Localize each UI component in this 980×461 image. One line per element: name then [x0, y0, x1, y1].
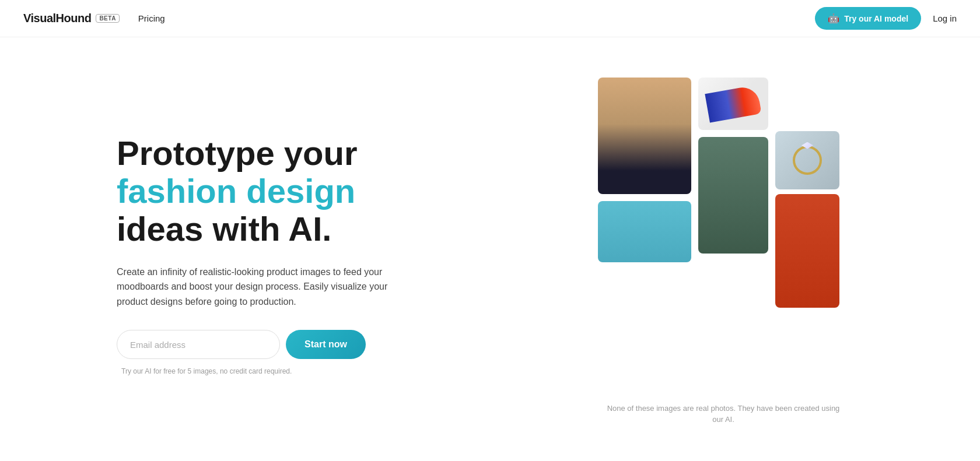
image-note: None of these images are real photos. Th…: [607, 403, 840, 425]
hero-title: Prototype your fashion design ideas with…: [117, 135, 420, 248]
navigation: VisualHound BETA Pricing 🤖 Try our AI mo…: [0, 0, 980, 37]
hero-title-part1: Prototype your: [117, 134, 358, 172]
beta-badge: BETA: [96, 14, 119, 23]
image-grid: [598, 78, 849, 392]
earring-image: [598, 201, 691, 262]
hero-left: Prototype your fashion design ideas with…: [117, 123, 455, 376]
logo-group: VisualHound BETA: [23, 12, 120, 25]
start-button[interactable]: Start now: [286, 330, 366, 359]
ring-image: [775, 131, 839, 189]
man-image: [598, 78, 691, 194]
hero-subtitle: Create an infinity of realistic-looking …: [117, 265, 402, 309]
pricing-link[interactable]: Pricing: [138, 13, 165, 23]
main-content: Prototype your fashion design ideas with…: [0, 37, 980, 461]
login-button[interactable]: Log in: [933, 13, 957, 23]
try-ai-label: Try our AI model: [844, 14, 908, 23]
email-form: Start now: [117, 330, 455, 359]
purple-woman-image: [775, 194, 839, 308]
hero-right: None of these images are real photos. Th…: [455, 60, 980, 439]
dress-image: [698, 137, 768, 254]
nav-right: 🤖 Try our AI model Log in: [815, 7, 957, 30]
logo-text: VisualHound: [23, 12, 91, 25]
hero-title-highlight: fashion design: [117, 172, 355, 210]
email-input[interactable]: [117, 330, 280, 359]
hero-title-part2: ideas with AI.: [117, 210, 331, 248]
robot-icon: 🤖: [828, 13, 839, 24]
image-grid-wrapper: None of these images are real photos. Th…: [598, 78, 849, 425]
nav-left: VisualHound BETA Pricing: [23, 12, 165, 25]
try-ai-button[interactable]: 🤖 Try our AI model: [815, 7, 921, 30]
shoe-image: [698, 78, 768, 130]
free-note: Try our AI for free for 5 images, no cre…: [121, 367, 455, 375]
